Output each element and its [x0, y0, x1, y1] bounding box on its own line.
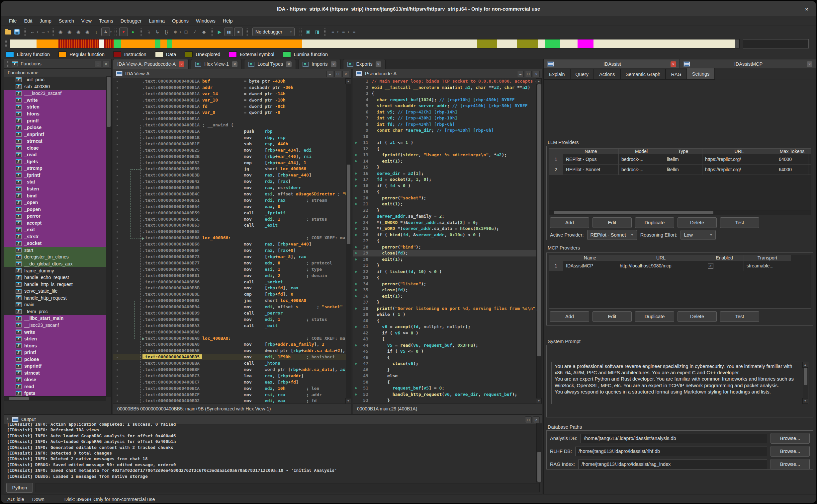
- function-row[interactable]: read: [4, 383, 106, 390]
- checkbox[interactable]: ✓: [708, 263, 713, 269]
- function-row[interactable]: handle_http_request: [4, 295, 106, 302]
- function-row[interactable]: _pclose: [4, 124, 106, 131]
- function-row[interactable]: _popen: [4, 206, 106, 213]
- trace-icon[interactable]: ∗: [171, 28, 179, 36]
- chevron-down-icon[interactable]: ▾: [37, 31, 38, 34]
- column-header-type[interactable]: Type: [664, 149, 703, 154]
- functions-hscrollbar[interactable]: [4, 396, 106, 401]
- menu-item-debugger[interactable]: Debugger: [117, 17, 145, 25]
- function-row[interactable]: printf: [4, 349, 106, 356]
- function-row[interactable]: frame_dummy: [4, 267, 106, 274]
- database-snapshot-icon[interactable]: ◉: [56, 28, 64, 36]
- scroll-down-icon[interactable]: ▼: [536, 398, 542, 404]
- menu-item-view[interactable]: View: [78, 17, 95, 25]
- subtab-explain[interactable]: Explain: [544, 69, 570, 80]
- close-panel-icon[interactable]: ×: [533, 71, 540, 77]
- subtab-settings[interactable]: Settings: [687, 68, 715, 80]
- menu-item-search[interactable]: Search: [55, 17, 78, 25]
- function-row[interactable]: snprintf: [4, 363, 106, 370]
- function-row[interactable]: _stat: [4, 179, 106, 185]
- panel-grip[interactable]: [7, 61, 9, 67]
- tab-close-icon[interactable]: ×: [331, 61, 336, 67]
- function-row[interactable]: _printf: [4, 117, 106, 124]
- subtab-actions[interactable]: Actions: [594, 69, 621, 80]
- restore-panel-icon[interactable]: □: [334, 71, 341, 77]
- function-row[interactable]: _term_proc: [4, 308, 106, 315]
- column-header-max-tokens[interactable]: Max Tokens: [776, 149, 808, 154]
- analysis-db-field[interactable]: /home/jtang613/.idapro/idassist/analysis…: [580, 434, 767, 443]
- tab-close-icon[interactable]: ×: [179, 61, 184, 67]
- scroll-down-icon[interactable]: ▼: [802, 398, 808, 404]
- chevron-down-icon[interactable]: ▾: [180, 31, 181, 34]
- pause-process-icon[interactable]: ▮▮: [225, 28, 233, 36]
- remote-debugger-icon[interactable]: ▣: [304, 28, 312, 36]
- function-name-column-header[interactable]: Function name: [4, 69, 111, 77]
- subtab-query[interactable]: Query: [570, 69, 594, 80]
- function-row[interactable]: handle_http_ls_request: [4, 281, 106, 288]
- tab-idassistmcp[interactable]: IDAssistMCP×: [680, 59, 816, 69]
- function-row[interactable]: _snprintf: [4, 131, 106, 138]
- back-icon[interactable]: ←: [29, 28, 37, 36]
- function-row[interactable]: _fgets: [4, 158, 106, 165]
- navband-grip[interactable]: [5, 39, 7, 48]
- diamond-icon[interactable]: ◆: [200, 28, 208, 36]
- function-row[interactable]: _accept: [4, 219, 106, 226]
- function-row[interactable]: _open: [4, 199, 106, 206]
- function-row[interactable]: _strcmp: [4, 165, 106, 172]
- start-process-icon[interactable]: ▶: [216, 28, 224, 36]
- disassembly-view[interactable]: .text:0000000000400B1A buf = byte ptr -4…: [113, 78, 346, 404]
- function-row[interactable]: __libc_start_main: [4, 315, 106, 322]
- function-row[interactable]: _htons: [4, 110, 106, 117]
- function-row[interactable]: __isoc23_sscanf: [4, 322, 106, 329]
- menu-item-file[interactable]: File: [5, 17, 20, 25]
- window-icon[interactable]: □: [182, 28, 190, 36]
- table-row[interactable]: 1REPilot - Opusbedrock-...litellmhttps:/…: [549, 154, 811, 165]
- function-row[interactable]: ___isoc23_sscanf: [4, 90, 106, 97]
- rlhf-db-field[interactable]: /home/jtang613/.idapro/idassist/rlhf.db: [575, 447, 767, 456]
- panel-grip[interactable]: [7, 416, 9, 422]
- restore-panel-icon[interactable]: □: [525, 71, 532, 77]
- browse-button[interactable]: Browse...: [771, 446, 810, 457]
- menu-item-options[interactable]: Options: [168, 17, 192, 25]
- edit-button[interactable]: Edit: [592, 311, 632, 322]
- function-row[interactable]: _write: [4, 97, 106, 104]
- function-row[interactable]: _listen: [4, 185, 106, 192]
- browse-button[interactable]: Browse...: [771, 459, 810, 469]
- menu-item-teams[interactable]: Teams: [95, 17, 117, 25]
- edit-icon[interactable]: ∕: [191, 28, 199, 36]
- rag-index-field[interactable]: /home/jtang613/.idapro/idassist/rag_inde…: [578, 460, 767, 469]
- duplicate-button[interactable]: Duplicate: [635, 217, 674, 228]
- tab-close-icon[interactable]: ×: [807, 61, 812, 67]
- function-row[interactable]: strlen: [4, 335, 106, 342]
- test-button[interactable]: Test: [720, 217, 759, 228]
- functions-vscrollbar[interactable]: [106, 76, 111, 397]
- tab-local-types[interactable]: Local Types×: [244, 59, 296, 69]
- forward-icon[interactable]: →: [39, 28, 47, 36]
- chevron-down-icon[interactable]: ▾: [337, 31, 338, 34]
- scroll-up-icon[interactable]: ▲: [802, 362, 808, 368]
- column-header-name[interactable]: Name: [563, 149, 619, 154]
- column-header-key[interactable]: Key: [808, 149, 811, 154]
- minimize-panel-icon[interactable]: –: [327, 71, 333, 77]
- close-panel-icon[interactable]: ×: [342, 71, 349, 77]
- add-button[interactable]: Add: [550, 311, 589, 322]
- function-row[interactable]: strncat: [4, 370, 106, 377]
- python-cli-button[interactable]: Python: [6, 483, 33, 493]
- minimize-panel-icon[interactable]: –: [517, 71, 524, 77]
- mcp-providers-table[interactable]: NameURLEnabledTransport1IDAssistMCPhttp:…: [549, 255, 811, 309]
- function-row[interactable]: handle_echo_request: [4, 274, 106, 281]
- windows-list-icon-2[interactable]: ≡: [339, 28, 347, 36]
- open-file-icon[interactable]: [4, 28, 12, 36]
- names-icon[interactable]: A: [101, 28, 110, 36]
- function-row[interactable]: htons: [4, 342, 106, 349]
- menu-item-lumina[interactable]: Lumina: [145, 17, 168, 25]
- function-row[interactable]: _strncat: [4, 138, 106, 145]
- output-log[interactable]: [IDAssist] INFO: Action application comp…: [4, 423, 537, 482]
- float-panel-icon[interactable]: □: [95, 61, 101, 67]
- column-header-url[interactable]: URL: [703, 149, 776, 154]
- jump-icon[interactable]: ↓: [92, 28, 100, 36]
- run-until-return-icon[interactable]: {}: [162, 28, 170, 36]
- prompt-vscrollbar[interactable]: ▲ ▼: [803, 362, 808, 404]
- function-row[interactable]: pclose: [4, 356, 106, 363]
- tab-close-icon[interactable]: ×: [286, 61, 292, 67]
